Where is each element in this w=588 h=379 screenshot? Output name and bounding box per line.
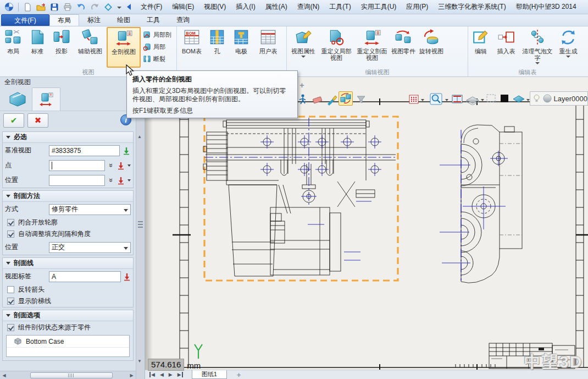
paintbrush-icon[interactable] — [326, 94, 338, 106]
drawing-canvas[interactable]: + Layer0000 574.616 — [145, 77, 588, 370]
dropdown-icon[interactable] — [535, 62, 540, 64]
dropdown-icon[interactable] — [421, 99, 424, 101]
zoom-search-icon[interactable] — [429, 92, 443, 106]
dropdown-icon[interactable] — [301, 56, 306, 58]
collapse-icon[interactable] — [126, 3, 132, 10]
assembly-highlight-icon[interactable] — [339, 91, 353, 106]
grid-points-icon[interactable] — [408, 94, 419, 105]
regenerate-button[interactable]: 重生成 — [555, 27, 581, 68]
marquee-icon[interactable] — [486, 94, 497, 103]
file-menu-button[interactable]: 文件(F) — [1, 14, 49, 26]
menu-view[interactable]: 视图(V) — [204, 2, 226, 12]
zoom-fit-icon[interactable] — [104, 3, 113, 12]
bulb-icon[interactable] — [532, 94, 541, 103]
tab-annotation[interactable]: 标注 — [79, 14, 109, 26]
panel-vertical-scrollbar[interactable]: ▲ ▼ — [136, 77, 145, 379]
save-icon[interactable] — [50, 3, 59, 12]
menu-inquire[interactable]: 查询(N) — [297, 2, 320, 12]
panel-horizontal-scrollbar[interactable]: ◀ ▶ — [0, 371, 136, 379]
section-header[interactable]: 剖面线 — [3, 258, 133, 269]
scroll-left-icon[interactable]: ◀ — [0, 372, 8, 379]
layout-button[interactable]: 布局 — [1, 27, 25, 68]
filter-icon[interactable] — [356, 95, 367, 105]
section-header[interactable]: 剖面选项 — [3, 310, 133, 321]
plus-icon[interactable]: + — [299, 80, 304, 90]
pick-red-icon[interactable] — [117, 161, 125, 170]
tab-3d-layout[interactable] — [3, 87, 32, 111]
expand-chevron-icon[interactable]: » — [107, 177, 115, 184]
view-part-button[interactable]: 视图零件 — [390, 27, 417, 68]
cancel-button[interactable]: ✖ — [27, 113, 48, 128]
state-from-part-checkbox[interactable] — [7, 324, 14, 331]
tab-layout[interactable]: 布局 — [49, 14, 79, 26]
pick-options-dropdown-icon[interactable] — [127, 179, 131, 182]
pick-red-icon[interactable] — [117, 176, 125, 185]
sheet-tab-active[interactable]: 图纸1 — [192, 370, 227, 379]
scrollbar-thumb[interactable] — [30, 372, 113, 378]
menu-tools[interactable]: 工具(T) — [329, 2, 351, 12]
electrode-table-button[interactable]: 电极 — [229, 27, 254, 68]
auto-adjust-checkbox[interactable] — [7, 230, 14, 238]
base-view-input[interactable]: #3833875 — [49, 145, 120, 156]
redefine-detail-view-button[interactable]: 重定义局部视图 — [319, 27, 354, 68]
next-sheet-icon[interactable]: ▶ — [169, 372, 173, 377]
scroll-up-icon[interactable]: ▲ — [137, 134, 142, 139]
qat-dropdown-icon[interactable] — [117, 7, 121, 9]
open-file-icon[interactable] — [36, 3, 46, 11]
menu-file[interactable]: 文件(F) — [141, 2, 162, 12]
insert-table-button[interactable]: 插入表 — [492, 27, 520, 68]
layer-wedge-icon[interactable] — [512, 95, 525, 103]
closed-profile-checkbox[interactable] — [7, 219, 14, 226]
user-table-button[interactable]: 用户表 — [254, 27, 282, 68]
menu-utilities[interactable]: 实用工具(U) — [361, 2, 397, 12]
eraser-icon[interactable] — [312, 96, 324, 105]
pick-options-dropdown-icon[interactable] — [127, 164, 131, 167]
menu-edit[interactable]: 编辑(E) — [172, 2, 194, 12]
show-step-checkbox[interactable] — [7, 298, 14, 305]
location-select[interactable]: 正交 — [49, 242, 131, 253]
edit-table-button[interactable]: 编辑 — [469, 27, 492, 68]
last-sheet-icon[interactable]: ▶ — [177, 372, 183, 377]
flip-arrow-checkbox[interactable] — [7, 286, 14, 293]
dropdown-icon[interactable] — [445, 99, 448, 101]
pick-green-icon[interactable] — [122, 146, 131, 155]
tab-drawing[interactable]: 绘图 — [109, 14, 138, 26]
full-section-view-button[interactable]: 全剖视图 — [107, 27, 141, 68]
dropdown-icon[interactable] — [481, 99, 484, 101]
auxiliary-view-button[interactable]: 辅助视图 — [74, 27, 107, 68]
tab-full-section[interactable] — [32, 87, 60, 111]
mode-select[interactable]: 修剪零件 — [49, 204, 131, 215]
tab-tools[interactable]: 工具 — [138, 14, 168, 26]
undo-icon[interactable] — [76, 3, 86, 11]
point-input[interactable] — [49, 160, 105, 171]
scroll-right-icon[interactable]: ▶ — [127, 372, 136, 379]
view-attributes-button[interactable]: 视图属性 — [288, 27, 319, 68]
dropdown-icon[interactable] — [566, 56, 570, 58]
broken-view-button[interactable]: 断裂 — [142, 53, 173, 64]
tab-inquire[interactable]: 查询 — [168, 14, 198, 26]
ok-button[interactable]: ✔ — [3, 113, 24, 128]
section-header[interactable]: 剖面方法 — [3, 191, 133, 202]
add-sheet-icon[interactable]: + — [237, 371, 241, 379]
projection-button[interactable]: 投影 — [49, 27, 74, 68]
first-sheet-icon[interactable]: ◀ — [149, 372, 155, 377]
section-header[interactable]: 必选 — [3, 132, 133, 143]
print-icon[interactable] — [63, 3, 72, 11]
display-mode-icon[interactable] — [465, 94, 480, 105]
bom-table-button[interactable]: BOM BOM表 — [178, 27, 206, 68]
menu-insert[interactable]: 插入(I) — [236, 2, 255, 12]
prev-sheet-icon[interactable]: ◀ — [160, 372, 164, 377]
menu-help[interactable]: 帮助(H) — [516, 2, 539, 12]
walker-escape-icon[interactable] — [297, 94, 308, 106]
color-swatch-black-icon[interactable] — [500, 94, 509, 103]
new-file-icon[interactable] — [23, 3, 32, 12]
redefine-section-view-button[interactable]: 重定义剖面视图 — [354, 27, 390, 68]
detail-view-button[interactable]: 局部 — [142, 41, 173, 52]
expand-chevron-icon[interactable]: » — [107, 162, 115, 169]
splitter-grip[interactable] — [138, 221, 143, 229]
part-list-item[interactable]: Bottom Case — [7, 336, 129, 348]
section-clip-icon[interactable] — [451, 94, 463, 105]
redo-icon[interactable] — [90, 3, 99, 11]
view-tag-input[interactable]: A — [49, 271, 121, 282]
menu-attributes[interactable]: 属性(A) — [265, 2, 287, 12]
